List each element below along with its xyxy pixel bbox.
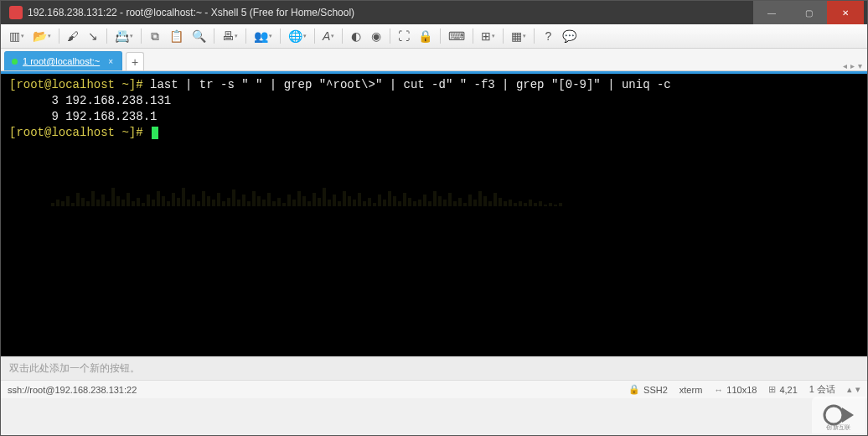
minimize-button[interactable]: — [753,1,790,24]
quick-button-bar[interactable]: 双击此处添加一个新的按钮。 [1,356,867,380]
status-term-type: xterm [679,385,703,395]
grid-icon: ⊞ [768,384,776,395]
font-button[interactable]: A▾ [319,27,338,45]
resize-icon: ↔ [714,385,723,395]
separator [141,29,142,44]
disconnect-button[interactable]: ↘ [84,27,102,45]
feedback-button[interactable]: 💬 [559,27,580,45]
prompt: [root@localhost ~]# [9,78,143,91]
window-title: 192.168.238.131:22 - root@localhost:~ - … [28,7,753,18]
chevron-down-icon[interactable]: ▾ [855,384,860,395]
close-button[interactable]: ✕ [827,1,864,24]
session-tab[interactable]: 1 root@localhost:~ × [4,51,122,70]
quickbar-hint: 双击此处添加一个新的按钮。 [9,361,140,376]
status-term-size: ↔110x18 [714,385,757,395]
find-button[interactable]: 🔍 [189,27,209,45]
reconnect-button[interactable]: 🖌 [64,27,82,45]
help-button[interactable]: ? [539,27,557,45]
status-protocol: 🔒SSH2 [628,384,668,395]
lock-icon: 🔒 [628,384,640,395]
equalizer-decoration [1,181,867,206]
svg-point-0 [824,406,843,424]
app-icon [9,6,23,19]
web-button[interactable]: 🌐▾ [285,27,310,45]
print-button[interactable]: 🖶▾ [219,27,241,45]
status-bar: ssh://root@192.168.238.131:22 🔒SSH2 xter… [1,380,867,398]
tab-nav: ◂ ▸ ▾ [843,61,867,70]
status-connection: ssh://root@192.168.238.131:22 [8,385,137,395]
lock-button[interactable]: 🔒 [415,27,436,45]
highlight-button[interactable]: ◉ [367,27,385,45]
tab-strip: 1 root@localhost:~ × + ◂ ▸ ▾ [1,49,867,71]
layout-button[interactable]: ⊞▾ [478,27,499,45]
cursor [152,127,158,139]
main-toolbar: ▥▾ 📂▾ 🖌 ↘ 📇▾ ⧉ 📋 🔍 🖶▾ 👥▾ 🌐▾ A▾ ◐ ◉ ⛶ 🔒 ⌨… [1,24,867,49]
watermark-label: 创新互联 [826,423,850,432]
tab-prev-button[interactable]: ◂ [843,61,847,70]
tab-next-button[interactable]: ▸ [850,61,855,70]
maximize-button[interactable]: ▢ [790,1,827,24]
status-cursor-pos: ⊞4,21 [768,384,797,395]
separator [503,29,504,44]
watermark: 创新互联 [812,397,865,433]
status-nav: ▴ ▾ [847,384,860,395]
fullscreen-button[interactable]: ⛶ [395,27,413,45]
separator [280,29,281,44]
command-text: last | tr -s " " | grep "^root\>" | cut … [150,78,671,91]
separator [214,29,214,44]
separator [390,29,390,44]
new-session-button[interactable]: ▥▾ [6,27,28,45]
transfer-button[interactable]: 👥▾ [251,27,276,45]
separator [314,29,315,44]
output-line: 9 192.168.238.1 [9,110,157,123]
keyboard-button[interactable]: ⌨ [445,27,468,45]
open-button[interactable]: 📂▾ [29,27,54,45]
plus-icon: + [132,55,138,69]
chevron-up-icon[interactable]: ▴ [847,384,852,395]
tab-close-icon[interactable]: × [108,57,113,66]
paste-button[interactable]: 📋 [166,27,187,45]
tab-label: 1 root@localhost:~ [23,56,100,66]
window-titlebar: 192.168.238.131:22 - root@localhost:~ - … [1,1,867,24]
status-sessions: 1 会话 [809,383,835,396]
copy-button[interactable]: ⧉ [146,27,164,45]
separator [534,29,535,44]
separator [59,29,59,44]
terminal[interactable]: [root@localhost ~]# last | tr -s " " | g… [1,74,867,356]
tile-button[interactable]: ▦▾ [508,27,530,45]
properties-button[interactable]: 📇▾ [111,27,137,45]
prompt: [root@localhost ~]# [9,126,143,139]
tab-list-button[interactable]: ▾ [858,61,862,70]
status-dot-icon [12,59,18,65]
separator [342,29,343,44]
separator [245,29,246,44]
new-tab-button[interactable]: + [126,52,144,70]
separator [440,29,441,44]
separator [473,29,473,44]
separator [106,29,107,44]
output-line: 3 192.168.238.131 [9,94,171,107]
color-scheme-button[interactable]: ◐ [347,27,365,45]
